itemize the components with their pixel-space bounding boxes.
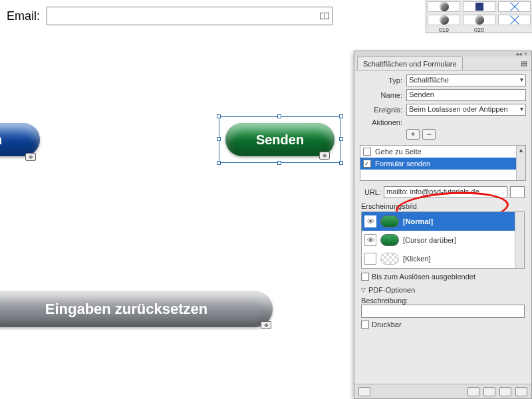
swatch-cell[interactable]: [428, 15, 460, 25]
action-item-label: Gehe zu Seite: [375, 148, 422, 156]
selection-frame[interactable]: [219, 116, 341, 163]
appearance-label: Erscheinungsbild: [361, 202, 525, 210]
collapse-glyphs: ◂◂ ×: [515, 51, 527, 57]
blue-button[interactable]: en: [0, 123, 40, 156]
swatch-cell[interactable]: [428, 1, 460, 12]
event-select[interactable]: Beim Loslassen oder Antippen: [406, 104, 526, 116]
printable-label: Druckbar: [372, 321, 402, 329]
reset-button[interactable]: Eingaben zurücksetzen: [0, 291, 273, 327]
state-name: [Klicken]: [403, 255, 431, 263]
swatch-cell[interactable]: [463, 15, 495, 25]
url-input[interactable]: mailto: info@psd-tutorials.de: [384, 186, 507, 198]
resize-handle[interactable]: [217, 137, 221, 141]
state-row[interactable]: 👁 [Normal]: [362, 212, 524, 231]
name-label: Name:: [360, 91, 402, 99]
resize-handle[interactable]: [277, 161, 281, 165]
state-thumb: [380, 234, 399, 246]
resize-handle[interactable]: [217, 114, 221, 118]
visibility-toggle[interactable]: 👁: [364, 234, 376, 246]
action-item[interactable]: ✓ Formular senden: [360, 158, 525, 170]
footer-icon[interactable]: [483, 387, 495, 396]
blue-button-label: en: [0, 132, 2, 148]
footer-icon[interactable]: [499, 387, 511, 396]
visibility-toggle[interactable]: 👁: [364, 215, 376, 227]
url-label: URL:: [361, 188, 381, 196]
resize-handle[interactable]: [339, 137, 343, 141]
state-list[interactable]: 👁 [Normal] 👁 [Cursor darüber] [Klicken]: [361, 211, 525, 269]
email-label: Email:: [7, 9, 40, 23]
visibility-toggle[interactable]: [364, 253, 376, 265]
printable-checkbox[interactable]: [361, 321, 369, 329]
swatch-cell[interactable]: [463, 1, 495, 12]
swatch-label: 020: [462, 27, 497, 33]
state-thumb: [380, 253, 399, 265]
swatch-cell[interactable]: [498, 1, 531, 12]
resize-handle[interactable]: [277, 114, 281, 118]
panel-collapse-bar[interactable]: ◂◂ ×: [354, 51, 531, 57]
scrollbar[interactable]: [515, 212, 524, 268]
panel-footer: [354, 384, 531, 398]
field-widget-icon: [320, 13, 329, 19]
hidden-until-trigger-checkbox[interactable]: [361, 273, 369, 281]
trigger-icon: ✥: [25, 153, 36, 161]
event-label: Ereignis:: [360, 106, 402, 114]
trash-icon[interactable]: [515, 387, 527, 396]
type-select[interactable]: Schaltfläche: [406, 74, 526, 86]
disclosure-triangle-icon: ▽: [361, 287, 366, 293]
preview-icon[interactable]: [358, 387, 370, 396]
action-list[interactable]: Gehe zu Seite ✓ Formular senden ▲: [360, 145, 526, 181]
panel-flyout-menu[interactable]: ▤: [521, 59, 527, 68]
buttons-forms-panel: ◂◂ × Schaltflächen und Formulare ▤ Typ: …: [354, 51, 532, 399]
state-name: [Cursor darüber]: [403, 236, 456, 244]
name-input[interactable]: Senden: [406, 89, 526, 101]
state-thumb: [380, 215, 399, 227]
state-row[interactable]: 👁 [Cursor darüber]: [362, 231, 524, 249]
scrollbar[interactable]: ▲: [516, 146, 525, 180]
description-label: Beschreibung:: [361, 297, 408, 305]
type-label: Typ:: [360, 76, 402, 84]
remove-action-button[interactable]: −: [422, 129, 436, 140]
hidden-until-trigger-label: Bis zum Auslösen ausgeblendet: [372, 273, 475, 281]
panel-tab[interactable]: Schaltflächen und Formulare: [357, 57, 463, 70]
action-item-label: Formular senden: [375, 160, 430, 168]
pdf-options-label: PDF-Optionen: [368, 286, 415, 294]
state-row[interactable]: [Klicken]: [362, 249, 524, 268]
reset-button-label: Eingaben zurücksetzen: [45, 301, 208, 318]
actions-label: Aktionen:: [360, 118, 402, 126]
resize-handle[interactable]: [339, 114, 343, 118]
resize-handle[interactable]: [217, 161, 221, 165]
action-item[interactable]: Gehe zu Seite: [360, 146, 525, 158]
email-field[interactable]: [47, 7, 332, 25]
trigger-icon: ✥: [261, 321, 271, 329]
resize-handle[interactable]: [339, 161, 343, 165]
scroll-up-icon[interactable]: ▲: [517, 146, 525, 154]
checkbox[interactable]: [363, 148, 371, 156]
pdf-options-disclosure[interactable]: ▽ PDF-Optionen: [361, 286, 525, 294]
swatch-cell[interactable]: [498, 15, 531, 25]
add-action-button[interactable]: +: [406, 129, 420, 140]
url-trailing-box[interactable]: [510, 186, 525, 198]
swatch-label: 019: [426, 27, 462, 33]
footer-icon[interactable]: [467, 387, 479, 396]
description-input[interactable]: [361, 305, 525, 318]
checkbox[interactable]: ✓: [363, 160, 371, 168]
state-name: [Normal]: [403, 217, 433, 225]
swatch-palette: 019 020: [426, 0, 532, 33]
